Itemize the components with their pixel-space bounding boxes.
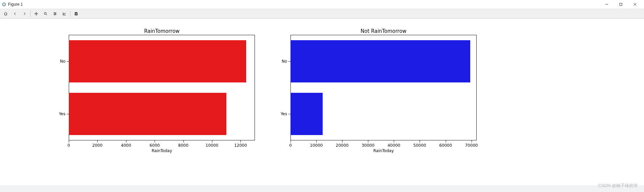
svg-rect-14 [75,12,77,13]
subplot-title: RainTomorrow [69,28,255,34]
x-tick-label: 2000 [92,143,103,148]
x-tick [368,140,368,142]
forward-button[interactable] [20,10,29,18]
zoom-icon [44,11,48,17]
x-tick [420,140,420,142]
sliders-icon [53,11,57,17]
pan-icon [34,11,38,17]
svg-rect-13 [55,14,55,15]
minimize-icon [605,3,608,6]
x-tick-label: 20000 [336,143,348,148]
home-button[interactable] [1,10,10,18]
forward-icon [22,11,26,17]
x-tick [69,140,69,142]
figure-toolbar [0,9,644,19]
svg-point-1 [4,4,5,5]
y-tick-label: No [282,59,287,64]
x-axis-label: RainToday [290,148,477,153]
save-icon [74,11,78,17]
bar-No [290,40,470,82]
x-tick [126,140,126,142]
y-tick [288,61,290,62]
x-tick [394,140,394,142]
y-tick [67,114,69,114]
x-tick-label: 8000 [178,143,189,148]
x-tick-label: 0 [67,143,70,148]
x-tick-label: 10000 [206,143,218,148]
x-tick [316,140,317,142]
subplot-title: Not RainTomorrow [290,28,477,34]
back-button[interactable] [11,10,19,18]
x-tick-label: 6000 [150,143,160,148]
x-tick [212,140,212,142]
figure-canvas[interactable]: RainTomorrowNoYes02000400060008000100001… [0,19,644,192]
edit-axes-button[interactable] [60,10,69,18]
svg-rect-15 [75,14,77,15]
x-tick [97,140,98,142]
x-tick-label: 40000 [387,143,400,148]
pan-button[interactable] [32,10,41,18]
x-tick-label: 4000 [121,143,131,148]
x-tick [240,140,241,142]
x-tick-label: 60000 [439,143,452,148]
svg-line-7 [46,14,47,15]
plot-area [290,35,477,140]
bar-No [69,40,246,82]
subplots-button[interactable] [51,10,59,18]
back-icon [13,11,17,17]
window-controls [600,0,642,8]
subplot-1: Not RainTomorrowNoYes0100002000030000400… [290,35,477,140]
svg-rect-3 [620,3,622,6]
maximize-button[interactable] [614,0,628,8]
save-button[interactable] [72,10,80,18]
y-tick [67,61,69,62]
y-tick-label: Yes [59,112,65,116]
svg-point-6 [44,12,46,14]
x-tick [183,140,184,142]
x-tick-label: 12000 [234,143,247,148]
x-axis-label: RainToday [69,148,255,153]
x-tick-label: 0 [289,143,292,148]
svg-rect-12 [55,13,56,14]
x-tick [446,140,446,142]
toolbar-separator [70,10,70,17]
window-title-group: Figure 1 [2,2,23,7]
subplot-0: RainTomorrowNoYes02000400060008000100001… [69,35,255,140]
x-tick [342,140,342,142]
x-tick [472,140,472,142]
close-button[interactable] [628,0,642,8]
x-tick-label: 50000 [413,143,426,148]
close-icon [633,3,637,6]
window-title: Figure 1 [8,2,23,7]
y-tick [288,114,290,114]
figure-inner: RainTomorrowNoYes02000400060008000100001… [0,19,644,192]
x-tick-label: 10000 [310,143,323,148]
x-tick [290,140,291,142]
toolbar-separator [30,10,31,17]
svg-rect-11 [54,12,55,13]
plot-area [69,35,255,140]
zoom-button[interactable] [41,10,50,18]
y-tick-label: No [60,59,65,64]
app-icon [2,2,6,6]
bar-Yes [290,93,323,135]
y-tick-label: Yes [281,112,287,116]
x-tick [155,140,155,142]
x-tick-label: 30000 [362,143,374,148]
x-tick-label: 70000 [465,143,478,148]
bar-Yes [69,93,226,135]
home-icon [4,11,8,17]
window-titlebar: Figure 1 [0,0,644,9]
minimize-button[interactable] [600,0,614,8]
maximize-icon [619,3,623,6]
chart-line-icon [62,11,66,17]
